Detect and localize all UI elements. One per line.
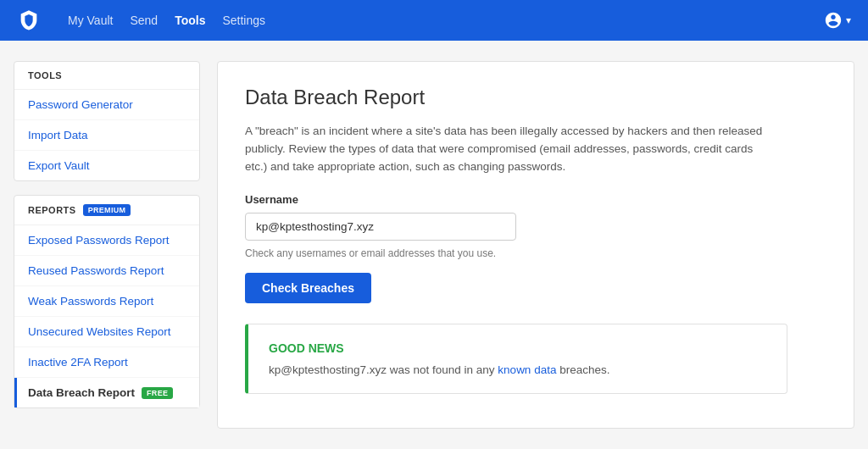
tools-section-header: TOOLS: [14, 62, 199, 90]
content-area: Data Breach Report A "breach" is an inci…: [217, 61, 854, 429]
user-menu[interactable]: ▾: [824, 11, 851, 30]
sidebar-item-password-generator[interactable]: Password Generator: [14, 90, 199, 120]
nav-tools[interactable]: Tools: [175, 14, 205, 27]
tools-section: TOOLS Password Generator Import Data Exp…: [14, 61, 200, 181]
app-header: My Vault Send Tools Settings ▾: [0, 0, 868, 41]
result-message-prefix: kp@kptesthosting7.xyz was not found in a…: [269, 363, 498, 376]
page-description: A "breach" is an incident where a site's…: [245, 123, 771, 176]
result-link-data[interactable]: data: [534, 363, 556, 376]
user-menu-chevron: ▾: [846, 14, 851, 26]
reports-section: REPORTS PREMIUM Exposed Passwords Report…: [14, 195, 200, 408]
tools-heading: TOOLS: [28, 70, 62, 80]
sidebar-item-exposed-passwords[interactable]: Exposed Passwords Report: [14, 225, 199, 256]
sidebar-item-reused-passwords[interactable]: Reused Passwords Report: [14, 256, 199, 286]
username-label: Username: [245, 193, 826, 206]
username-input[interactable]: [245, 213, 516, 241]
sidebar-item-data-breach[interactable]: Data Breach Report FREE: [14, 378, 199, 407]
premium-badge: PREMIUM: [83, 204, 131, 216]
main-nav: My Vault Send Tools Settings: [68, 14, 265, 27]
reports-heading: REPORTS: [28, 205, 76, 215]
sidebar-item-weak-passwords[interactable]: Weak Passwords Report: [14, 286, 199, 317]
result-title: GOOD NEWS: [269, 341, 766, 355]
result-message-suffix: breaches.: [556, 363, 609, 376]
main-layout: TOOLS Password Generator Import Data Exp…: [0, 41, 868, 449]
result-box: GOOD NEWS kp@kptesthosting7.xyz was not …: [245, 324, 787, 394]
check-breaches-button[interactable]: Check Breaches: [245, 273, 371, 303]
sidebar: TOOLS Password Generator Import Data Exp…: [14, 61, 200, 429]
nav-my-vault[interactable]: My Vault: [68, 14, 113, 27]
result-message: kp@kptesthosting7.xyz was not found in a…: [269, 363, 766, 376]
sidebar-item-inactive-2fa[interactable]: Inactive 2FA Report: [14, 347, 199, 378]
account-circle-icon: [824, 11, 843, 30]
free-badge: FREE: [142, 387, 173, 399]
nav-settings[interactable]: Settings: [222, 14, 265, 27]
sidebar-item-import-data[interactable]: Import Data: [14, 120, 199, 151]
logo: [17, 8, 41, 32]
page-title: Data Breach Report: [245, 86, 826, 109]
result-link-known[interactable]: known: [498, 363, 531, 376]
reports-section-header: REPORTS PREMIUM: [14, 196, 199, 225]
field-hint: Check any usernames or email addresses t…: [245, 247, 826, 259]
sidebar-item-unsecured-websites[interactable]: Unsecured Websites Report: [14, 317, 199, 347]
sidebar-item-export-vault[interactable]: Export Vault: [14, 151, 199, 180]
nav-send[interactable]: Send: [130, 14, 158, 27]
